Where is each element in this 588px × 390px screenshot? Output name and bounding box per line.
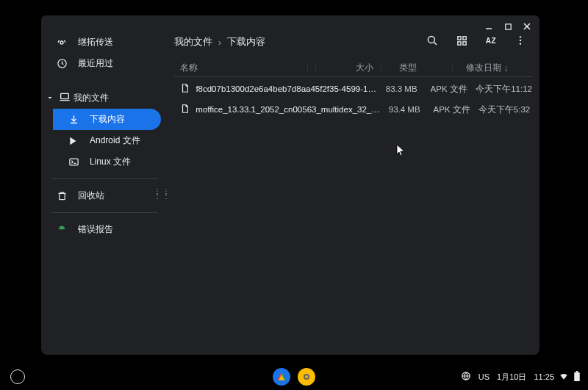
sidebar-item-bug-report[interactable]: 错误报告 [41, 219, 168, 240]
play-store-icon [68, 135, 79, 147]
view-grid-button[interactable] [454, 33, 469, 48]
column-header-type[interactable]: 类型 [390, 62, 449, 73]
download-icon [68, 114, 79, 126]
svg-rect-13 [462, 36, 465, 39]
shelf: US 1月10日 11:25 [0, 364, 588, 390]
launcher-button[interactable] [10, 369, 25, 384]
nearby-share-icon [56, 37, 68, 48]
shelf-apps [273, 368, 315, 386]
breadcrumb-root[interactable]: 我的文件 [174, 36, 212, 48]
sidebar-item-label: Linux 文件 [90, 156, 131, 168]
file-row[interactable]: moffice_13.33.1_2052_cn00563_multidex_32… [174, 99, 532, 120]
file-list: f8cd07b1300d2e6a4beb7d8aa45f2f35-4599-18… [174, 79, 532, 120]
toolbar: AZ [425, 33, 528, 48]
svg-point-4 [60, 41, 63, 44]
sidebar-item-trash[interactable]: 回收站 [41, 185, 168, 206]
sidebar-item-label: 回收站 [78, 189, 104, 202]
svg-rect-14 [457, 41, 460, 44]
svg-rect-6 [61, 93, 69, 98]
shelf-app-files[interactable] [273, 368, 290, 386]
files-window: 继拓传送 最近用过 我的文件 [41, 15, 539, 355]
column-label: 类型 [399, 63, 417, 72]
svg-point-16 [520, 36, 521, 37]
column-label: 修改日期 [466, 62, 501, 73]
file-size: 93.4 MB [381, 105, 425, 114]
svg-rect-21 [576, 371, 578, 372]
sidebar-item-label: Android 文件 [90, 134, 140, 147]
sidebar-item-label: 下载内容 [90, 113, 125, 126]
column-header-size[interactable]: 大小 [325, 62, 378, 73]
sidebar-item-label: 我的文件 [74, 92, 109, 104]
mouse-cursor-icon [396, 144, 405, 157]
more-options-button[interactable] [513, 33, 528, 48]
column-header-date[interactable]: 修改日期 ↓ [462, 62, 532, 73]
svg-rect-12 [457, 36, 460, 39]
sidebar-item-label: 错误报告 [78, 223, 113, 236]
svg-point-9 [60, 227, 60, 228]
column-resize-handle[interactable]: ⋮ [449, 67, 462, 70]
sidebar-item-recent[interactable]: 最近用过 [41, 53, 168, 74]
wifi-icon [559, 371, 569, 383]
trash-icon [56, 190, 68, 202]
chevron-down-icon [46, 93, 56, 104]
sort-button[interactable]: AZ [484, 33, 498, 48]
sidebar: 继拓传送 最近用过 我的文件 [41, 15, 168, 355]
sort-label: AZ [486, 37, 496, 45]
svg-rect-7 [69, 159, 77, 165]
file-icon [180, 83, 188, 95]
svg-rect-8 [59, 193, 65, 199]
file-icon [180, 104, 188, 115]
sidebar-item-label: 继拓传送 [78, 36, 113, 48]
sidebar-children-my-files: 下载内容 Android 文件 Linux 文件 [41, 109, 168, 173]
shelf-date: 1月10日 [497, 372, 526, 383]
file-type: APK 文件 [422, 84, 472, 95]
battery-icon [573, 371, 581, 383]
laptop-icon [59, 91, 71, 105]
svg-point-17 [520, 40, 521, 41]
sidebar-group-toggle-my-files[interactable]: 我的文件 [41, 87, 168, 109]
file-name: f8cd07b1300d2e6a4beb7d8aa45f2f35-4599-18… [196, 84, 377, 93]
file-name: moffice_13.33.1_2052_cn00563_multidex_32… [196, 105, 381, 114]
file-date: 今天下午5:32 [474, 104, 532, 115]
breadcrumb: 我的文件 › 下载内容 [174, 36, 265, 48]
sidebar-divider [51, 178, 158, 179]
file-row[interactable]: f8cd07b1300d2e6a4beb7d8aa45f2f35-4599-18… [174, 79, 532, 99]
column-resize-handle[interactable]: ⋮⋮ [304, 67, 325, 70]
android-icon [56, 224, 68, 236]
search-button[interactable] [425, 33, 440, 48]
sidebar-item-label: 最近用过 [78, 57, 113, 70]
file-size: 83.3 MB [378, 84, 422, 93]
shelf-app-other[interactable] [298, 368, 315, 386]
column-header-name[interactable]: 名称 [174, 62, 304, 73]
chevron-right-icon: › [218, 37, 221, 48]
breadcrumb-current: 下载内容 [227, 36, 265, 48]
sidebar-item-nearby-share[interactable]: 继拓传送 [41, 32, 168, 53]
svg-point-18 [520, 43, 521, 44]
sort-desc-icon: ↓ [504, 64, 509, 73]
sidebar-item-linux-files[interactable]: Linux 文件 [53, 151, 168, 173]
ime-label: US [478, 372, 490, 381]
svg-rect-15 [462, 41, 465, 44]
sidebar-resize-handle[interactable]: ⋮⋮⋮⋮ [154, 189, 162, 200]
sidebar-divider [51, 212, 158, 213]
ime-indicator-icon [461, 371, 471, 383]
svg-point-11 [428, 36, 434, 43]
terminal-icon [68, 156, 79, 168]
column-label: 名称 [180, 62, 198, 73]
file-type: APK 文件 [425, 104, 474, 115]
sidebar-item-android-files[interactable]: Android 文件 [53, 130, 168, 151]
file-date: 今天下午11:12 [471, 84, 532, 95]
column-label: 大小 [356, 63, 373, 72]
column-resize-handle[interactable]: ⋮ [378, 67, 390, 70]
file-list-header: 名称 ⋮⋮ 大小 ⋮ 类型 ⋮ 修改日期 ↓ [174, 59, 532, 77]
sidebar-item-downloads[interactable]: 下载内容 [53, 109, 161, 130]
shelf-time: 11:25 [534, 372, 554, 381]
svg-point-10 [62, 227, 63, 228]
status-area[interactable]: US 1月10日 11:25 [461, 371, 581, 383]
clock-icon [56, 58, 68, 70]
main-panel: 我的文件 › 下载内容 AZ [168, 15, 539, 355]
svg-rect-20 [574, 372, 580, 380]
